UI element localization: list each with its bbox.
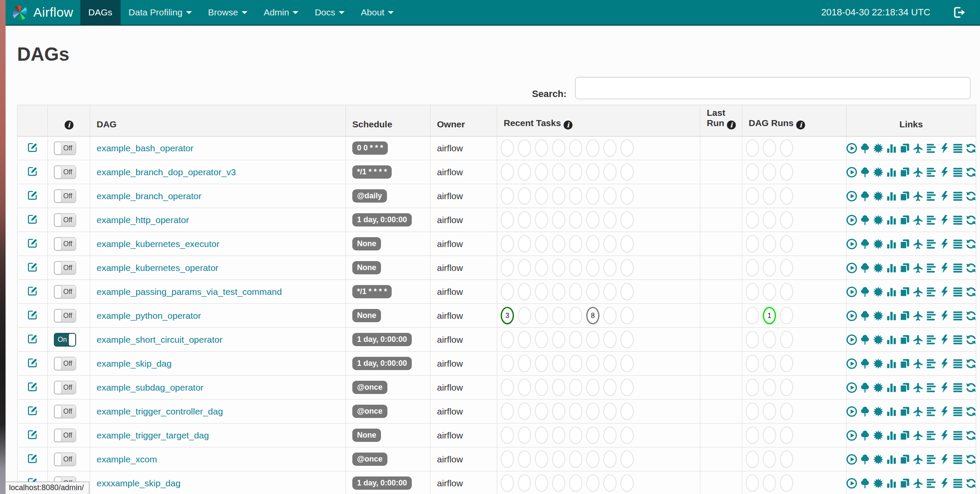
tree-view-icon[interactable] (859, 310, 871, 321)
pause-toggle[interactable]: Off (54, 141, 76, 155)
refresh-icon[interactable] (965, 286, 977, 297)
task-instances-icon[interactable] (952, 358, 963, 369)
refresh-icon[interactable] (965, 334, 977, 345)
landing-times-icon[interactable] (912, 215, 924, 226)
dag-link[interactable]: example_python_operator (90, 311, 201, 321)
nav-item-about[interactable]: About (353, 0, 402, 25)
dag-link[interactable]: example_kubernetes_executor (90, 239, 219, 249)
refresh-icon[interactable] (965, 238, 977, 250)
refresh-icon[interactable] (965, 310, 977, 321)
dag-link[interactable]: example_short_circuit_operator (90, 335, 222, 345)
task-instances-icon[interactable] (952, 238, 963, 250)
pause-toggle[interactable]: Off (54, 405, 76, 418)
task-tries-icon[interactable] (899, 238, 910, 250)
trigger-dag-icon[interactable] (846, 334, 857, 345)
code-view-icon[interactable] (939, 478, 950, 489)
trigger-dag-icon[interactable] (846, 143, 857, 154)
edit-dag-button[interactable] (27, 309, 38, 320)
refresh-icon[interactable] (965, 262, 977, 273)
tree-view-icon[interactable] (859, 262, 871, 273)
tree-view-icon[interactable] (859, 406, 871, 417)
task-duration-icon[interactable] (886, 167, 897, 178)
task-tries-icon[interactable] (899, 191, 910, 202)
trigger-dag-icon[interactable] (846, 358, 857, 369)
graph-view-icon[interactable] (873, 334, 884, 345)
gantt-view-icon[interactable] (926, 310, 937, 321)
task-instances-icon[interactable] (952, 454, 963, 465)
code-view-icon[interactable] (939, 454, 950, 465)
graph-view-icon[interactable] (873, 215, 884, 226)
task-instances-icon[interactable] (952, 406, 963, 417)
pause-toggle[interactable]: Off (54, 309, 76, 323)
gantt-view-icon[interactable] (926, 358, 937, 369)
code-view-icon[interactable] (939, 143, 950, 154)
dag-link[interactable]: example_trigger_target_dag (90, 430, 209, 441)
landing-times-icon[interactable] (912, 382, 924, 393)
dag-link[interactable]: example_passing_params_via_test_command (90, 287, 282, 297)
gantt-view-icon[interactable] (926, 382, 937, 393)
task-tries-icon[interactable] (899, 478, 910, 489)
task-instances-icon[interactable] (952, 262, 963, 273)
task-tries-icon[interactable] (899, 143, 910, 154)
edit-dag-button[interactable] (27, 357, 38, 368)
pause-toggle[interactable]: Off (54, 285, 76, 299)
trigger-dag-icon[interactable] (846, 191, 857, 202)
task-duration-icon[interactable] (886, 454, 897, 465)
code-view-icon[interactable] (939, 310, 950, 321)
pause-toggle[interactable]: Off (54, 381, 76, 394)
task-instances-icon[interactable] (952, 215, 963, 226)
task-duration-icon[interactable] (886, 406, 897, 417)
task-tries-icon[interactable] (899, 454, 910, 465)
refresh-icon[interactable] (965, 382, 977, 393)
code-view-icon[interactable] (939, 334, 950, 345)
gantt-view-icon[interactable] (926, 406, 937, 417)
landing-times-icon[interactable] (912, 478, 924, 489)
gantt-view-icon[interactable] (926, 478, 937, 489)
landing-times-icon[interactable] (912, 286, 924, 297)
code-view-icon[interactable] (939, 215, 950, 226)
landing-times-icon[interactable] (912, 334, 924, 345)
task-duration-icon[interactable] (886, 430, 897, 441)
refresh-icon[interactable] (965, 358, 977, 369)
landing-times-icon[interactable] (912, 406, 924, 417)
task-tries-icon[interactable] (899, 382, 910, 393)
edit-dag-button[interactable] (27, 453, 38, 464)
refresh-icon[interactable] (965, 478, 977, 489)
pause-toggle[interactable]: Off (54, 213, 76, 227)
task-duration-icon[interactable] (886, 310, 897, 321)
gantt-view-icon[interactable] (926, 167, 937, 178)
landing-times-icon[interactable] (912, 358, 924, 369)
task-duration-icon[interactable] (886, 238, 897, 250)
code-view-icon[interactable] (939, 286, 950, 297)
dag-run-circle-running[interactable]: 1 (763, 307, 776, 324)
code-view-icon[interactable] (939, 191, 950, 202)
edit-dag-button[interactable] (27, 166, 38, 176)
graph-view-icon[interactable] (873, 286, 884, 297)
tree-view-icon[interactable] (859, 167, 871, 178)
tree-view-icon[interactable] (859, 286, 871, 297)
landing-times-icon[interactable] (912, 191, 924, 202)
task-tries-icon[interactable] (899, 215, 910, 226)
tree-view-icon[interactable] (859, 358, 871, 369)
pause-toggle[interactable]: Off (54, 261, 76, 275)
task-instances-icon[interactable] (952, 334, 963, 345)
graph-view-icon[interactable] (873, 238, 884, 250)
graph-view-icon[interactable] (873, 430, 884, 441)
edit-dag-button[interactable] (27, 190, 38, 200)
dag-link[interactable]: example_http_operator (90, 215, 189, 225)
graph-view-icon[interactable] (873, 478, 884, 489)
graph-view-icon[interactable] (873, 310, 884, 321)
task-instances-icon[interactable] (952, 430, 963, 441)
task-tries-icon[interactable] (899, 406, 910, 417)
airflow-brand-link[interactable]: Airflow (6, 0, 80, 25)
edit-dag-button[interactable] (27, 429, 38, 440)
code-view-icon[interactable] (939, 430, 950, 441)
refresh-icon[interactable] (965, 143, 977, 154)
graph-view-icon[interactable] (873, 382, 884, 393)
trigger-dag-icon[interactable] (846, 167, 857, 178)
code-view-icon[interactable] (939, 406, 950, 417)
code-view-icon[interactable] (939, 167, 950, 178)
gantt-view-icon[interactable] (926, 430, 937, 441)
nav-item-admin[interactable]: Admin (256, 0, 307, 25)
edit-dag-button[interactable] (27, 214, 38, 224)
